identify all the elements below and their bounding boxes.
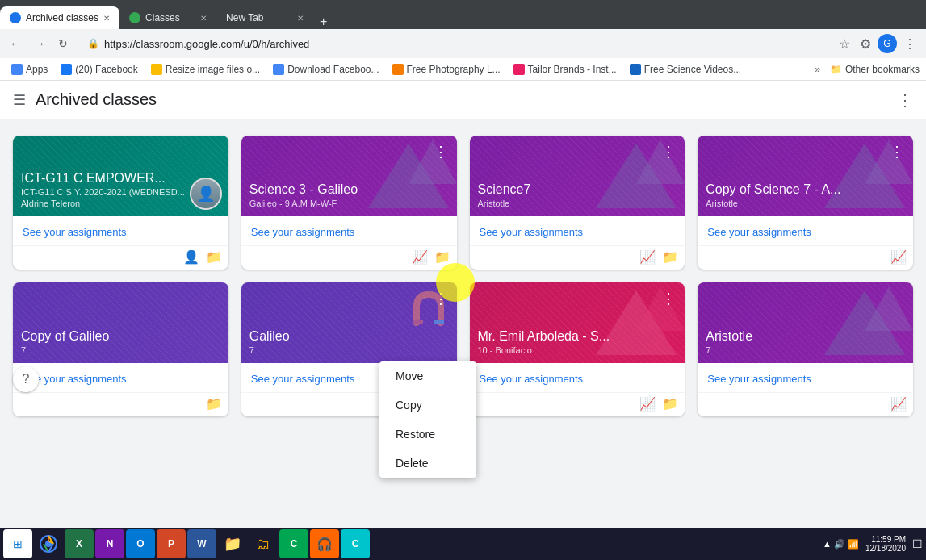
browser-actions: ☆ ⚙ G ⋮	[836, 33, 920, 55]
card-teacher-ict: Aldrine Teleron	[21, 199, 220, 208]
start-button[interactable]: ⊞	[3, 529, 32, 558]
card-science7[interactable]: ⋮ Science7 Aristotle See your assignment…	[470, 136, 685, 270]
other-bookmarks-label: Other bookmarks	[845, 64, 920, 75]
apps-favicon	[11, 64, 23, 75]
card-ict[interactable]: 👤 ICT-G11 C EMPOWER... ICT-G11 C S.Y. 20…	[13, 136, 228, 270]
taskbar-folder[interactable]: 📁	[218, 529, 247, 558]
context-menu-copy[interactable]: Copy	[379, 391, 476, 420]
taskbar-notification[interactable]: ☐	[912, 537, 923, 550]
taskbar-files[interactable]: 🗂	[249, 529, 278, 558]
trend-icon-mr-emil[interactable]: 📈	[639, 396, 656, 412]
person-icon-ict[interactable]: 👤	[183, 249, 199, 265]
taskbar-right: ▲ 🔊 📶 11:59 PM12/18/2020 ☐	[823, 535, 923, 553]
extensions-button[interactable]: ⚙	[857, 33, 874, 55]
taskbar-canva[interactable]: C	[341, 529, 370, 558]
taskbar-powerpoint[interactable]: P	[157, 529, 186, 558]
assignments-link-galileo[interactable]: See your assignments	[251, 373, 355, 385]
context-menu-restore[interactable]: Restore	[379, 420, 476, 449]
address-box[interactable]: 🔒 https://classroom.google.com/u/0/h/arc…	[78, 35, 829, 53]
tab-newtab[interactable]: New Tab ✕	[216, 6, 313, 29]
tab-classes[interactable]: Classes ✕	[119, 6, 216, 29]
card-header-content-mr-emil: Mr. Emil Arboleda - S... 10 - Bonifacio	[478, 328, 677, 355]
trend-icon-aristotle[interactable]: 📈	[890, 396, 907, 412]
bookmark-apps[interactable]: Apps	[6, 62, 52, 77]
assignments-link-aristotle[interactable]: See your assignments	[707, 373, 811, 385]
bookmarks-bar: Apps (20) Facebook Resize image files o.…	[0, 58, 926, 81]
tab-archived[interactable]: Archived classes ✕	[0, 6, 119, 29]
folder-icon-science3[interactable]: 📁	[434, 249, 450, 265]
card-aristotle[interactable]: Aristotle 7 See your assignments 📈	[698, 282, 913, 416]
more-btn-science3[interactable]: ⋮	[429, 140, 452, 163]
card-footer-copy-science7: 📈	[698, 245, 913, 270]
context-menu-delete[interactable]: Delete	[379, 449, 476, 478]
new-tab-button[interactable]: +	[313, 15, 333, 29]
trend-icon-copy-science7[interactable]: 📈	[890, 249, 907, 265]
tab-close-newtab[interactable]: ✕	[297, 14, 304, 23]
card-name-copy-science7: Copy of Science 7 - A...	[706, 182, 905, 197]
facebook-label: (20) Facebook	[75, 64, 137, 75]
taskbar-camtasia[interactable]: C	[279, 529, 308, 558]
tailor-label: Tailor Brands - Inst...	[528, 64, 617, 75]
bookmark-science[interactable]: Free Science Videos...	[625, 62, 747, 77]
address-bar-row: ← → ↻ 🔒 https://classroom.google.com/u/0…	[0, 29, 926, 58]
card-header-content-science3: Science 3 - Galileo Galileo - 9 A.M M-W-…	[249, 182, 449, 208]
card-footer-aristotle: 📈	[698, 392, 913, 416]
browser-chrome: Archived classes ✕ Classes ✕ New Tab ✕ +…	[0, 0, 926, 81]
card-sub-copy-galileo: 7	[21, 345, 220, 355]
taskbar-word[interactable]: W	[187, 529, 216, 558]
card-copy-galileo[interactable]: Copy of Galileo 7 See your assignments 📁	[13, 282, 228, 416]
tab-close-archived[interactable]: ✕	[103, 14, 110, 23]
help-button[interactable]: ?	[13, 366, 39, 392]
card-sub-galileo: 7	[249, 345, 449, 355]
taskbar-excel[interactable]: X	[65, 529, 94, 558]
taskbar-chrome[interactable]	[34, 529, 63, 558]
tab-label-newtab: New Tab	[226, 12, 263, 23]
tab-label-archived: Archived classes	[26, 12, 98, 23]
assignments-link-mr-emil[interactable]: See your assignments	[480, 373, 584, 385]
bookmark-facebook[interactable]: (20) Facebook	[56, 62, 142, 77]
assignments-link-ict[interactable]: See your assignments	[23, 226, 127, 238]
card-science3[interactable]: ⋮ Science 3 - Galileo Galileo - 9 A.M M-…	[241, 136, 457, 270]
bookmark-download[interactable]: Download Faceboo...	[268, 62, 383, 77]
folder-icon: 📁	[830, 64, 842, 75]
tab-close-classes[interactable]: ✕	[200, 14, 207, 23]
taskbar: ⊞ X N O P W 📁 🗂 C 🎧 C ▲ 🔊 📶 11:59 PM12/1…	[0, 528, 926, 560]
more-btn-galileo[interactable]: ⋮	[429, 287, 452, 310]
trend-icon-science3[interactable]: 📈	[412, 249, 428, 265]
card-mr-emil[interactable]: ⋮ Mr. Emil Arboleda - S... 10 - Bonifaci…	[470, 282, 685, 416]
card-header-content-science7: Science7 Aristotle	[478, 182, 677, 208]
folder-icon-science7[interactable]: 📁	[662, 249, 678, 265]
card-copy-science7[interactable]: ⋮ Copy of Science 7 - A... Aristotle See…	[698, 136, 913, 270]
taskbar-headphones[interactable]: 🎧	[310, 529, 339, 558]
card-sub-mr-emil: 10 - Bonifacio	[478, 345, 677, 355]
profile-button[interactable]: G	[878, 34, 897, 53]
more-btn-copy-science7[interactable]: ⋮	[886, 140, 908, 163]
bookmark-photo[interactable]: Free Photography L...	[388, 62, 505, 77]
forward-button[interactable]: →	[31, 34, 48, 53]
hamburger-menu[interactable]: ☰	[13, 91, 26, 109]
svg-rect-6	[413, 320, 423, 324]
folder-icon-mr-emil[interactable]: 📁	[662, 396, 678, 412]
bookmark-tailor[interactable]: Tailor Brands - Inst...	[509, 62, 622, 77]
back-button[interactable]: ←	[6, 34, 24, 53]
folder-icon-ict[interactable]: 📁	[206, 249, 222, 265]
header-more-button[interactable]: ⋮	[897, 90, 913, 110]
menu-button[interactable]: ⋮	[900, 33, 920, 55]
card-name-galileo: Galileo	[249, 328, 449, 344]
assignments-link-copy-science7[interactable]: See your assignments	[707, 226, 811, 238]
assignments-link-science3[interactable]: See your assignments	[251, 226, 355, 238]
card-footer-science3: 📈 📁	[241, 245, 457, 270]
star-button[interactable]: ☆	[836, 33, 853, 55]
trend-icon-science7[interactable]: 📈	[639, 249, 656, 265]
bookmarks-more[interactable]: »	[815, 64, 820, 75]
bookmark-resize[interactable]: Resize image files o...	[146, 62, 265, 77]
reload-button[interactable]: ↻	[55, 34, 71, 53]
lock-icon: 🔒	[87, 38, 99, 49]
taskbar-outlook[interactable]: O	[126, 529, 155, 558]
card-body-copy-galileo: See your assignments	[13, 363, 228, 392]
other-bookmarks[interactable]: 📁 Other bookmarks	[830, 64, 920, 75]
taskbar-onenote[interactable]: N	[95, 529, 124, 558]
folder-icon-copy-galileo[interactable]: 📁	[206, 396, 222, 412]
context-menu-move[interactable]: Move	[379, 361, 476, 391]
assignments-link-science7[interactable]: See your assignments	[480, 226, 584, 238]
